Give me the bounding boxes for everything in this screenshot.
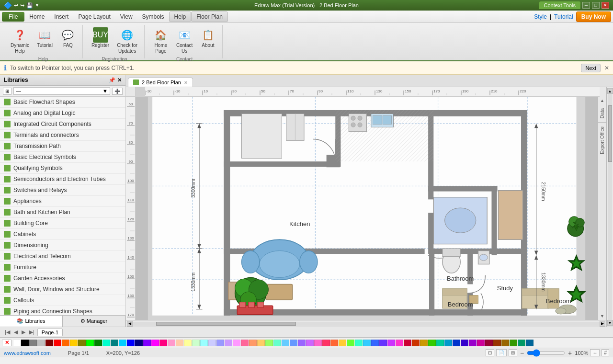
buy-now-button[interactable]: Buy Now xyxy=(576,11,611,22)
color-swatch-deepskyblue[interactable] xyxy=(363,340,371,346)
grid-btn[interactable]: # xyxy=(602,349,609,356)
hscroll-track[interactable] xyxy=(133,322,600,326)
color-swatch-magenta[interactable] xyxy=(151,340,159,346)
hscroll-left-btn[interactable]: ◀ xyxy=(127,321,133,327)
color-swatch-hotpink[interactable] xyxy=(314,340,322,346)
fit-width-btn[interactable]: ↔ xyxy=(590,349,600,356)
color-swatch-darkmagenta[interactable] xyxy=(477,340,485,346)
home-page-button[interactable]: 🏠 HomePage xyxy=(150,26,171,56)
color-swatch-lightaqua[interactable] xyxy=(200,340,208,346)
check-updates-button[interactable]: 🌐 Check forUpdates xyxy=(114,26,140,56)
zoom-plus-btn[interactable]: + xyxy=(567,349,573,357)
color-swatch-violet[interactable] xyxy=(306,340,314,346)
color-swatch-crimson[interactable] xyxy=(322,340,330,346)
color-swatch-gray1[interactable] xyxy=(29,340,37,346)
sidebar-pin-icon[interactable]: 📌 xyxy=(109,77,115,83)
color-swatch-darkred[interactable] xyxy=(45,340,53,346)
color-swatch-white[interactable] xyxy=(13,340,21,346)
zoom-slider[interactable] xyxy=(527,350,565,356)
sidebar-item-building-core[interactable]: Building Core xyxy=(0,218,125,229)
sidebar-item-garden[interactable]: Garden Accessories xyxy=(0,273,125,284)
color-swatch-deeppink[interactable] xyxy=(396,340,403,346)
color-swatch-gold[interactable] xyxy=(257,340,265,346)
quick-access-redo[interactable]: ↪ xyxy=(20,2,24,9)
color-swatch-dodger[interactable] xyxy=(282,340,289,346)
color-swatch-gray2[interactable] xyxy=(37,340,45,346)
faq-button[interactable]: 💬 FAQ xyxy=(57,26,79,56)
sidebar-item-basic-electrical[interactable]: Basic Electrical Symbols xyxy=(0,152,125,163)
vscroll-track[interactable] xyxy=(608,94,612,320)
view-normal-btn[interactable]: ⊡ xyxy=(486,349,494,356)
libraries-tab[interactable]: 📚 Libraries xyxy=(0,316,63,327)
color-swatch-lightgreen[interactable] xyxy=(192,340,200,346)
color-swatch-darkviolet[interactable] xyxy=(469,340,477,346)
close-info-button[interactable]: ✕ xyxy=(604,65,609,71)
color-swatch-chartreuse[interactable] xyxy=(265,340,273,346)
sidebar-item-electrical-telecom[interactable]: Electrical and Telecom xyxy=(0,251,125,262)
sidebar-item-appliances[interactable]: Appliances xyxy=(0,196,125,207)
menu-floor-plan[interactable]: Floor Plan xyxy=(191,11,228,22)
canvas-wrapper[interactable]: -30 -10 10 30 50 xyxy=(126,87,613,327)
vscroll-down-btn[interactable]: ▼ xyxy=(607,320,613,326)
menu-symbols[interactable]: Symbols xyxy=(137,12,169,22)
sidebar-item-cabinets[interactable]: Cabinets xyxy=(0,229,125,240)
close-button[interactable]: ✕ xyxy=(602,2,609,9)
color-swatch-orange[interactable] xyxy=(62,340,69,346)
next-button[interactable]: Next xyxy=(581,64,601,72)
color-swatch-lightyellow[interactable] xyxy=(184,340,192,346)
view-fit-btn[interactable]: ⊞ xyxy=(509,349,517,356)
sidebar-item-callouts[interactable]: Callouts xyxy=(0,295,125,306)
color-swatch-periwinkle[interactable] xyxy=(216,340,224,346)
sidebar-item-wall-door[interactable]: Wall, Door, Window and Structure xyxy=(0,284,125,295)
tab-close-icon[interactable]: ✕ xyxy=(184,80,188,85)
menu-home[interactable]: Home xyxy=(24,12,49,22)
vscroll[interactable]: ▲ ▼ xyxy=(606,87,613,327)
menu-view[interactable]: View xyxy=(115,12,137,22)
minimize-button[interactable]: ─ xyxy=(582,2,590,9)
color-swatch-rose[interactable] xyxy=(241,340,249,346)
color-swatch-amber[interactable] xyxy=(339,340,346,346)
sidebar-item-semiconductors[interactable]: Semiconductors and Electron Tubes xyxy=(0,174,125,185)
vscroll-up-btn[interactable]: ▲ xyxy=(607,88,613,94)
page-nav-first[interactable]: |◀ xyxy=(4,329,11,335)
maximize-button[interactable]: □ xyxy=(592,2,600,9)
sidebar-add-button[interactable]: ➕ xyxy=(112,88,123,95)
color-swatch-royalblue[interactable] xyxy=(371,340,379,346)
color-swatch-cornflower[interactable] xyxy=(290,340,297,346)
sidebar-dropdown[interactable]: —▼ xyxy=(13,87,110,95)
sidebar-item-furniture[interactable]: Furniture xyxy=(0,262,125,273)
color-swatch-forest[interactable] xyxy=(510,340,517,346)
sidebar-grid-view-button[interactable]: ⊞ xyxy=(3,88,11,95)
page-tab-1[interactable]: Page-1 xyxy=(37,329,63,336)
sidebar-item-piping[interactable]: Piping and Connection Shapes xyxy=(0,306,125,315)
color-swatch-green[interactable] xyxy=(94,340,102,346)
color-swatch-mint[interactable] xyxy=(273,340,281,346)
canvas-tab[interactable]: 2 Bed Floor Plan ✕ xyxy=(128,78,193,87)
color-swatch-springgreen[interactable] xyxy=(355,340,363,346)
contact-us-button[interactable]: 📧 ContactUs xyxy=(173,26,195,56)
menu-help[interactable]: Help xyxy=(169,11,192,22)
sidebar-item-qualifying[interactable]: Qualifying Symbols xyxy=(0,163,125,174)
page-nav-last[interactable]: ▶| xyxy=(28,329,35,335)
sidebar-item-terminals[interactable]: Terminals and connectors xyxy=(0,130,125,141)
color-swatch-darkcyan[interactable] xyxy=(444,340,452,346)
color-swatch-burntred[interactable] xyxy=(412,340,420,346)
page-nav-next[interactable]: ▶ xyxy=(21,329,26,335)
right-panel-export-label[interactable]: Export Office xyxy=(599,123,606,158)
color-swatch-khaki[interactable] xyxy=(501,340,509,346)
color-swatch-purple1[interactable] xyxy=(143,340,151,346)
view-page-btn[interactable]: 📄 xyxy=(496,349,507,356)
zoom-minus-btn[interactable]: − xyxy=(519,349,525,357)
hscroll-thumb[interactable] xyxy=(156,322,296,326)
color-swatch-navy[interactable] xyxy=(135,340,143,346)
color-swatch-sky[interactable] xyxy=(119,340,126,346)
menu-page-layout[interactable]: Page Layout xyxy=(73,12,115,22)
website-link[interactable]: www.edrawsoft.com xyxy=(4,350,51,356)
sidebar-item-basic-flowchart[interactable]: Basic Flowchart Shapes xyxy=(0,97,125,108)
color-swatch-black[interactable] xyxy=(21,340,29,346)
color-swatch-yellow[interactable] xyxy=(70,340,78,346)
menu-file[interactable]: File xyxy=(2,12,24,22)
about-button[interactable]: 📋 About xyxy=(197,26,218,56)
color-swatch-peach[interactable] xyxy=(176,340,183,346)
style-link[interactable]: Style xyxy=(534,13,547,20)
